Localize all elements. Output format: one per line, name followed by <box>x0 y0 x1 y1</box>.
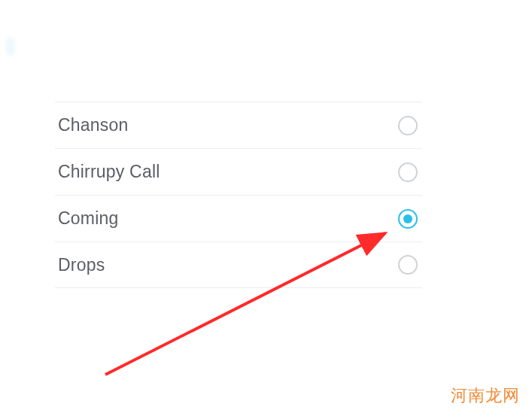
ringtone-item-coming[interactable]: Coming <box>55 195 422 241</box>
ringtone-item-chanson[interactable]: Chanson <box>55 102 422 148</box>
radio-unchecked-icon[interactable] <box>398 162 418 182</box>
ringtone-item-chirrupy-call[interactable]: Chirrupy Call <box>55 148 422 195</box>
ringtone-label: Coming <box>58 208 118 229</box>
watermark-text: 河南龙网 <box>451 384 520 407</box>
ringtone-label: Drops <box>58 255 105 275</box>
ringtone-list: Chanson Chirrupy Call Coming Drops <box>55 102 422 288</box>
radio-unchecked-icon[interactable] <box>398 255 418 275</box>
ringtone-item-drops[interactable]: Drops <box>55 241 422 288</box>
header-accent <box>6 38 15 56</box>
radio-unchecked-icon[interactable] <box>398 116 418 135</box>
ringtone-label: Chanson <box>58 115 128 135</box>
ringtone-label: Chirrupy Call <box>58 162 160 182</box>
radio-checked-icon[interactable] <box>398 209 418 229</box>
